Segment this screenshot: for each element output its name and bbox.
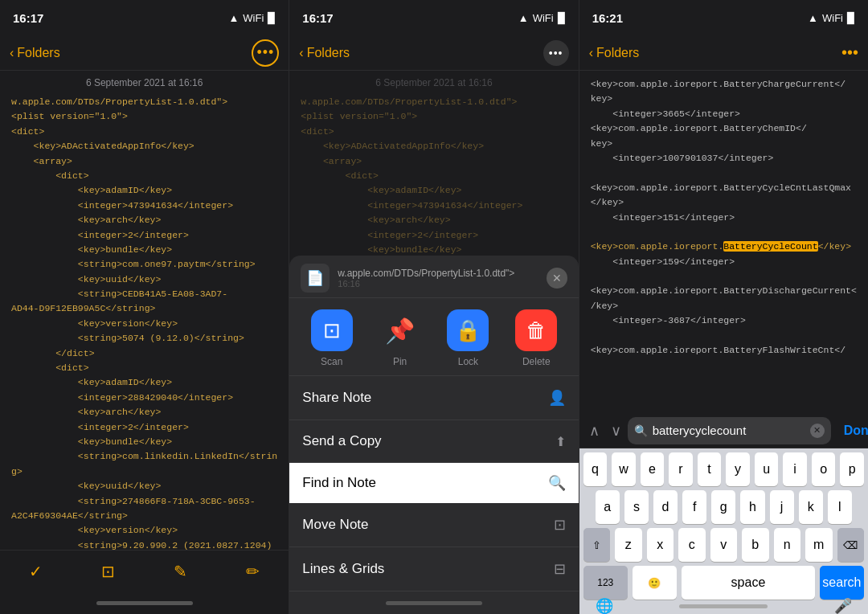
note-link-1: w.apple.com/DTDs/PropertyList-1.0.dtd"> bbox=[11, 95, 277, 109]
key-j[interactable]: j bbox=[770, 490, 794, 524]
key-l[interactable]: l bbox=[828, 490, 852, 524]
key-k[interactable]: k bbox=[799, 490, 823, 524]
more-dots-icon-2: ••• bbox=[549, 47, 563, 59]
search-done-button[interactable]: Done bbox=[837, 424, 868, 438]
camera-icon[interactable]: ⊡ bbox=[95, 555, 121, 587]
find-note-label: Find in Note bbox=[302, 475, 376, 491]
menu-find-in-note[interactable]: Find in Note 🔍 bbox=[289, 463, 578, 503]
status-icons-1: ▲ WiFi ▉ bbox=[228, 12, 276, 24]
lock-icon: 🔒 bbox=[447, 309, 489, 351]
note-date-1: 6 September 2021 at 16:16 bbox=[11, 77, 277, 88]
shift-key[interactable]: ⇧ bbox=[583, 528, 610, 562]
chevron-left-icon: ‹ bbox=[10, 46, 14, 60]
key-v[interactable]: v bbox=[710, 528, 737, 562]
signal-icon-2: ▲ bbox=[518, 12, 529, 24]
search-icon-3: 🔍 bbox=[634, 424, 648, 437]
space-key[interactable]: space bbox=[682, 566, 815, 600]
key-s[interactable]: s bbox=[624, 490, 649, 524]
key-x[interactable]: x bbox=[647, 528, 674, 562]
key-i[interactable]: i bbox=[783, 452, 807, 486]
note-icon: 📄 bbox=[306, 269, 324, 287]
more-dots-icon-3[interactable]: ••• bbox=[841, 43, 858, 61]
back-button-1[interactable]: ‹ Folders bbox=[10, 46, 60, 60]
delete-icon: 🗑 bbox=[515, 309, 557, 351]
status-bar-1: 16:17 ▲ WiFi ▉ bbox=[0, 0, 289, 35]
mic-key[interactable]: 🎤 bbox=[834, 597, 852, 614]
key-f[interactable]: f bbox=[682, 490, 706, 524]
prev-result-button[interactable]: ∧ bbox=[589, 422, 600, 440]
key-r[interactable]: r bbox=[669, 452, 693, 486]
nav-bar-1: ‹ Folders ••• bbox=[0, 35, 289, 71]
highlighted-word: BatteryCycleCount bbox=[723, 241, 817, 252]
keyboard-bottom-bar: 🌐 🎤 bbox=[579, 606, 868, 614]
emoji-key[interactable]: 🙂 bbox=[633, 566, 677, 600]
key-b[interactable]: b bbox=[742, 528, 768, 562]
back-button-3[interactable]: ‹ Folders bbox=[589, 46, 640, 60]
globe-key[interactable]: 🌐 bbox=[596, 597, 613, 614]
note-link-2: w.apple.com/DTDs/PropertyList-1.0.dtd"> bbox=[301, 95, 567, 109]
key-n[interactable]: n bbox=[774, 528, 800, 562]
search-input-3[interactable] bbox=[653, 424, 805, 437]
note-body-3a: <key>com.apple.ioreport.BatteryChargeCur… bbox=[591, 77, 857, 358]
share-sheet-header: 📄 w.apple.com/DTDs/PropertyList-1.0.dtd"… bbox=[289, 256, 578, 298]
battery-icon-3: ▉ bbox=[847, 12, 855, 24]
action-pin[interactable]: 📌 Pin bbox=[379, 309, 421, 367]
more-options-button-2[interactable]: ••• bbox=[543, 40, 569, 66]
keyboard-row-1: q w e r t y u i o p bbox=[579, 448, 868, 486]
panel-3: 16:21 ▲ WiFi ▉ ‹ Folders ••• <key>com.ap… bbox=[579, 0, 868, 614]
key-p[interactable]: p bbox=[840, 452, 864, 486]
compose-icon[interactable]: ✏ bbox=[240, 555, 266, 587]
action-lock[interactable]: 🔒 Lock bbox=[447, 309, 489, 367]
key-o[interactable]: o bbox=[812, 452, 836, 486]
key-c[interactable]: c bbox=[678, 528, 705, 562]
key-e[interactable]: e bbox=[641, 452, 665, 486]
status-time-3: 16:21 bbox=[592, 11, 623, 25]
key-d[interactable]: d bbox=[653, 490, 678, 524]
key-m[interactable]: m bbox=[805, 528, 832, 562]
note-body-1: <plist version="1.0"> <dict> <key>ADActi… bbox=[11, 109, 277, 550]
search-key[interactable]: search bbox=[820, 566, 864, 600]
key-g[interactable]: g bbox=[711, 490, 735, 524]
back-button-2[interactable]: ‹ Folders bbox=[299, 46, 350, 60]
sheet-note-icon: 📄 bbox=[301, 264, 330, 293]
send-copy-icon: ⬆ bbox=[555, 434, 566, 449]
share-note-icon: 👤 bbox=[548, 389, 566, 407]
key-t[interactable]: t bbox=[698, 452, 722, 486]
menu-share-note[interactable]: Share Note 👤 bbox=[289, 376, 578, 420]
nav-right-2: ••• bbox=[543, 40, 569, 66]
nav-bar-3: ‹ Folders ••• bbox=[579, 35, 868, 71]
find-note-icon: 🔍 bbox=[548, 474, 566, 492]
menu-send-copy[interactable]: Send a Copy ⬆ bbox=[289, 420, 578, 463]
panel-1: 16:17 ▲ WiFi ▉ ‹ Folders ••• 6 September… bbox=[0, 0, 289, 614]
action-scan[interactable]: ⊡ Scan bbox=[311, 309, 353, 367]
key-y[interactable]: y bbox=[726, 452, 750, 486]
backspace-key[interactable]: ⌫ bbox=[837, 528, 864, 562]
more-options-button-1[interactable]: ••• bbox=[252, 39, 279, 67]
nav-bar-2: ‹ Folders ••• bbox=[289, 35, 578, 71]
numbers-key[interactable]: 123 bbox=[583, 566, 628, 600]
note-search-bar: ∧ ∨ 🔍 ✕ Done bbox=[579, 413, 868, 448]
key-z[interactable]: z bbox=[615, 528, 641, 562]
scan-icon: ⊡ bbox=[311, 309, 353, 351]
search-clear-button[interactable]: ✕ bbox=[810, 424, 825, 438]
status-time-1: 16:17 bbox=[13, 11, 43, 25]
pin-label: Pin bbox=[393, 356, 407, 367]
key-w[interactable]: w bbox=[612, 452, 636, 486]
key-a[interactable]: a bbox=[596, 490, 620, 524]
pencil-icon[interactable]: ✎ bbox=[167, 555, 194, 587]
status-time-2: 16:17 bbox=[302, 11, 333, 25]
status-icons-2: ▲ WiFi ▉ bbox=[518, 12, 566, 24]
action-delete[interactable]: 🗑 Delete bbox=[515, 309, 557, 367]
key-h[interactable]: h bbox=[740, 490, 764, 524]
sheet-close-button[interactable]: ✕ bbox=[547, 268, 567, 289]
signal-icon: ▲ bbox=[228, 12, 239, 24]
menu-move-note[interactable]: Move Note ⊡ bbox=[289, 503, 578, 547]
search-input-wrap: 🔍 ✕ bbox=[628, 417, 831, 444]
menu-lines-grids[interactable]: Lines & Grids ⊟ bbox=[289, 547, 578, 591]
next-result-button[interactable]: ∨ bbox=[611, 422, 621, 440]
keyboard-row-3: ⇧ z x c v b n m ⌫ bbox=[579, 524, 868, 562]
check-icon[interactable]: ✓ bbox=[23, 555, 49, 587]
key-q[interactable]: q bbox=[583, 452, 608, 486]
key-u[interactable]: u bbox=[755, 452, 779, 486]
move-note-label: Move Note bbox=[302, 517, 368, 533]
